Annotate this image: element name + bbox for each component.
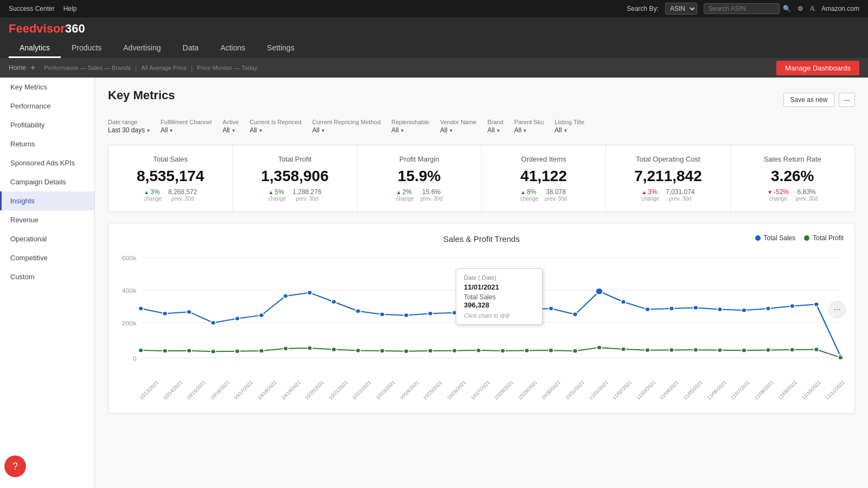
nav-item-data[interactable]: Data bbox=[172, 39, 210, 58]
sidebar-item-operational[interactable]: Operational bbox=[0, 229, 94, 248]
sidebar-item-key-metrics[interactable]: Key Metrics bbox=[0, 78, 94, 97]
save-as-new-button[interactable]: Save as new bbox=[783, 93, 835, 107]
search-input[interactable] bbox=[704, 3, 780, 14]
filter-replenishable-label: Replenishable bbox=[392, 119, 430, 125]
svg-point-31 bbox=[693, 306, 698, 310]
metric-profit-margin-change: ▲ 2% bbox=[396, 188, 414, 196]
chevron-down-icon-4: ▾ bbox=[259, 127, 262, 133]
filter-repriced-select[interactable]: All ▾ bbox=[250, 126, 301, 134]
metric-sales-return-rate-title: Sales Return Rate bbox=[742, 155, 844, 163]
svg-point-33 bbox=[742, 308, 746, 312]
logo: Feedvisor360 bbox=[9, 22, 85, 36]
chart-x-labels: 10/13/202110/14/202110/15/202110/16/2021… bbox=[119, 397, 844, 402]
filter-date-range-label: Date range bbox=[108, 119, 150, 125]
breadcrumb-bar: Home + Performance — Sales — Brands | Al… bbox=[0, 58, 868, 78]
x-label: 10/23/2021 bbox=[375, 397, 379, 401]
metric-profit-margin-change-row: ▲ 2% change 15.6% prev. 30d bbox=[368, 188, 470, 202]
sidebar-item-campaign-details[interactable]: Campaign Details bbox=[0, 172, 94, 191]
filter-listing-title-select[interactable]: All ▾ bbox=[554, 126, 584, 134]
sidebar-item-performance[interactable]: Performance bbox=[0, 97, 94, 115]
x-label: 10/29/2021 bbox=[517, 397, 521, 401]
chat-bubble[interactable]: ? bbox=[4, 455, 26, 477]
breadcrumb-add-icon[interactable]: + bbox=[30, 63, 35, 73]
filter-vendor-select[interactable]: All ▾ bbox=[440, 126, 476, 134]
x-label: 11/02/2021 bbox=[611, 397, 615, 401]
filter-fulfillment-select[interactable]: All ▾ bbox=[161, 126, 212, 134]
sidebar-item-competitive[interactable]: Competitive bbox=[0, 248, 94, 267]
x-label: 10/22/2021 bbox=[351, 397, 355, 401]
metric-profit-margin-title: Profit Margin bbox=[368, 155, 470, 163]
nav-item-settings[interactable]: Settings bbox=[256, 39, 305, 58]
sidebar-item-profitability[interactable]: Profitability bbox=[0, 115, 94, 134]
svg-point-36 bbox=[814, 302, 819, 306]
breadcrumb-home[interactable]: Home bbox=[9, 64, 26, 72]
metric-sales-return-rate-prev: 6.83% prev. 30d bbox=[795, 188, 818, 202]
filter-brand: Brand All ▾ bbox=[487, 119, 503, 134]
top-bar-right: Search By: ASIN 🔍 ⚙ 𝔸 Amazon.com bbox=[627, 3, 859, 15]
amazon-account[interactable]: Amazon.com bbox=[821, 5, 859, 12]
chevron-down-icon-8: ▾ bbox=[497, 127, 500, 133]
filter-repricing-method-select[interactable]: All ▾ bbox=[312, 126, 381, 134]
nav-item-advertising[interactable]: Advertising bbox=[112, 39, 171, 58]
nav-item-products[interactable]: Products bbox=[61, 39, 112, 58]
tooltip-sales-value: 396,328 bbox=[464, 301, 534, 309]
sidebar-item-revenue[interactable]: Revenue bbox=[0, 210, 94, 229]
manage-dashboards-button[interactable]: Manage Dashboards bbox=[776, 61, 859, 75]
metric-sales-return-rate-value: 3.26% bbox=[742, 168, 844, 185]
search-icon[interactable]: 🔍 bbox=[783, 5, 791, 12]
filter-active-select[interactable]: All ▾ bbox=[222, 126, 239, 134]
svg-point-9 bbox=[163, 311, 168, 316]
metric-total-profit-value: 1,358,906 bbox=[244, 168, 346, 185]
filter-repriced: Current Is Repriced All ▾ bbox=[250, 119, 301, 134]
filter-listing-title-label: Listing Title bbox=[554, 119, 584, 125]
metric-total-sales: Total Sales 8,535,174 ▲ 3% change 8,268,… bbox=[108, 145, 233, 211]
chart-more-options-button[interactable]: ··· bbox=[828, 301, 846, 318]
sidebar-item-insights[interactable]: Insights bbox=[0, 191, 94, 210]
x-label: 11/05/2021 bbox=[682, 397, 686, 401]
svg-point-65 bbox=[790, 348, 795, 352]
x-label: 11/09/2021 bbox=[777, 397, 781, 401]
metric-total-sales-change: ▲ 3% bbox=[144, 188, 162, 196]
svg-point-27 bbox=[596, 288, 603, 294]
svg-point-64 bbox=[765, 348, 770, 352]
breadcrumb-item-3[interactable]: Price Monitor — Today bbox=[197, 65, 257, 71]
top-bar-left: Success Center Help bbox=[9, 5, 76, 12]
settings-icon[interactable]: ⚙ bbox=[797, 5, 803, 12]
metric-total-profit: Total Profit 1,358,906 ▲ 5% change 1,288… bbox=[233, 145, 357, 211]
logo-feedvisor: Feedvisor bbox=[9, 22, 65, 35]
svg-point-66 bbox=[814, 348, 819, 352]
svg-point-61 bbox=[693, 348, 698, 352]
sidebar-item-returns[interactable]: Returns bbox=[0, 134, 94, 153]
chevron-down-icon: ▾ bbox=[147, 127, 150, 133]
chart-area[interactable]: Date (.Date) 11/01/2021 Total Sales 396,… bbox=[119, 252, 844, 395]
help-link[interactable]: Help bbox=[63, 5, 77, 12]
nav-item-analytics[interactable]: Analytics bbox=[9, 39, 61, 58]
filter-parent-sku-select[interactable]: All ▾ bbox=[514, 126, 544, 134]
metric-ordered-items-prev: 38,078 prev. 30d bbox=[545, 188, 567, 202]
more-options-button[interactable]: ··· bbox=[839, 93, 855, 107]
breadcrumb-item-2[interactable]: All Average Price bbox=[141, 65, 187, 71]
filter-active-label: Active bbox=[222, 119, 239, 125]
metric-total-sales-prev: 8,268,572 prev. 30d bbox=[168, 188, 197, 202]
breadcrumb-item-1[interactable]: Performance — Sales — Brands bbox=[44, 65, 131, 71]
nav-item-actions[interactable]: Actions bbox=[209, 39, 256, 58]
tooltip-hint: Click chart to drill bbox=[464, 312, 534, 319]
sidebar-item-sponsored-ads[interactable]: Sponsored Ads KPIs bbox=[0, 153, 94, 172]
metric-total-profit-change-row: ▲ 5% change 1,288,276 prev. 30d bbox=[244, 188, 346, 202]
filter-brand-select[interactable]: All ▾ bbox=[487, 126, 503, 134]
metric-total-operating-cost-value: 7,211,842 bbox=[617, 168, 719, 185]
success-center-link[interactable]: Success Center bbox=[9, 5, 55, 12]
svg-point-56 bbox=[573, 349, 578, 353]
metric-profit-margin-prev: 15.6% prev. 30d bbox=[420, 188, 443, 202]
filter-replenishable-select[interactable]: All ▾ bbox=[392, 126, 430, 134]
metric-total-profit-prev: 1,288,276 prev. 30d bbox=[292, 188, 321, 202]
search-type-select[interactable]: ASIN bbox=[665, 3, 697, 15]
filter-date-range: Date range Last 30 days ▾ bbox=[108, 119, 150, 134]
svg-point-63 bbox=[742, 348, 746, 352]
metric-total-profit-change: ▲ 5% bbox=[268, 188, 286, 196]
filter-fulfillment: Fulfillment Channel All ▾ bbox=[161, 119, 212, 134]
sidebar-item-custom[interactable]: Custom bbox=[0, 267, 94, 286]
filter-date-range-select[interactable]: Last 30 days ▾ bbox=[108, 126, 150, 134]
svg-point-45 bbox=[307, 346, 312, 350]
x-label: 10/31/2021 bbox=[564, 397, 568, 401]
